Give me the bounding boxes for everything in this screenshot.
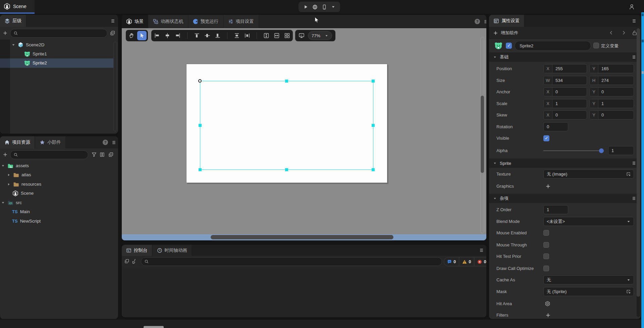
screen-adapt-icon[interactable]: [299, 33, 305, 39]
add-filter-button[interactable]: [545, 313, 551, 318]
horizontal-scrollbar-thumb[interactable]: [211, 235, 393, 239]
hierarchy-search-input[interactable]: [10, 29, 107, 38]
tree-item-assets[interactable]: assets: [0, 161, 113, 170]
section-header-misc[interactable]: 杂项: [489, 194, 637, 203]
user-account-icon[interactable]: [629, 4, 635, 10]
reference-picker-icon[interactable]: [626, 289, 631, 294]
anchor-y-field[interactable]: Y0: [589, 87, 634, 96]
tree-item-scene-file[interactable]: Scene: [0, 189, 113, 198]
blend-mode-dropdown[interactable]: <未设置>: [543, 217, 634, 226]
tree-item-sprite1[interactable]: Sprite1: [0, 49, 113, 58]
properties-scrollbar-thumb[interactable]: [637, 28, 640, 297]
align-left-button[interactable]: [154, 33, 160, 39]
scale-x-field[interactable]: X1: [543, 99, 587, 108]
select-tool-button[interactable]: [137, 31, 147, 40]
skew-x-field[interactable]: X0: [543, 110, 587, 120]
align-center-horizontal-button[interactable]: [164, 33, 170, 39]
clear-console-icon[interactable]: [131, 259, 137, 264]
log-count-filter[interactable]: 0: [444, 257, 459, 266]
tab-widgets[interactable]: 小部件: [35, 136, 65, 148]
properties-menu-icon[interactable]: [631, 18, 637, 24]
zorder-field[interactable]: 1: [543, 205, 568, 214]
texture-field[interactable]: 无 (Image): [543, 170, 634, 179]
tab-project-settings[interactable]: 项目设置: [224, 15, 258, 28]
warning-count-filter[interactable]: 0: [459, 257, 474, 266]
selection-handle-bottom-mid[interactable]: [285, 168, 288, 171]
distribute-vertical-button[interactable]: [234, 33, 240, 39]
alpha-field[interactable]: 1: [608, 146, 634, 155]
tab-scene[interactable]: 场景: [122, 15, 148, 28]
mask-field[interactable]: 无 (Sprite): [543, 287, 634, 296]
selection-handle-top-right[interactable]: [372, 80, 375, 83]
tab-console[interactable]: 控制台: [122, 245, 152, 256]
project-menu-icon[interactable]: [111, 140, 117, 145]
tab-timeline-animation[interactable]: 时间轴动画: [153, 245, 192, 256]
rotation-field[interactable]: 0: [543, 122, 568, 131]
define-variable-checkbox[interactable]: [593, 43, 599, 48]
scene-help-icon[interactable]: ?: [475, 19, 480, 24]
stretch-vertical-button[interactable]: [263, 33, 269, 39]
hand-tool-button[interactable]: [127, 31, 137, 40]
tree-item-resources[interactable]: resources: [0, 180, 113, 189]
copy-log-icon[interactable]: [124, 259, 129, 264]
vertical-scrollbar-thumb[interactable]: [481, 96, 484, 173]
anchor-x-field[interactable]: X0: [543, 87, 587, 96]
stretch-horizontal-button[interactable]: [274, 33, 280, 39]
history-forward-icon[interactable]: [621, 30, 626, 35]
console-search-input[interactable]: [141, 257, 442, 266]
web-preview-button[interactable]: [312, 4, 318, 10]
draw-call-optimize-checkbox[interactable]: [543, 266, 549, 271]
section-menu-icon[interactable]: [631, 196, 637, 201]
visible-checkbox[interactable]: [543, 135, 549, 141]
section-menu-icon[interactable]: [631, 160, 637, 166]
alpha-slider-thumb[interactable]: [599, 148, 604, 153]
hierarchy-collapse-all-icon[interactable]: [110, 30, 115, 36]
selection-outline[interactable]: [200, 81, 373, 170]
mouse-through-checkbox[interactable]: [543, 242, 549, 248]
selection-handle-top-mid[interactable]: [285, 80, 288, 83]
skew-y-field[interactable]: Y0: [589, 110, 634, 120]
node-name-input[interactable]: Sprite2: [515, 41, 591, 51]
tab-hierarchy[interactable]: 层级: [0, 15, 26, 27]
tree-item-sprite2[interactable]: Sprite2: [0, 58, 113, 67]
expand-caret-icon[interactable]: [1, 164, 5, 168]
columns-view-icon[interactable]: [99, 152, 105, 157]
help-icon[interactable]: ?: [103, 140, 108, 145]
tree-item-main[interactable]: TS Main: [0, 207, 113, 216]
mouse-enabled-checkbox[interactable]: [543, 230, 549, 236]
tab-properties[interactable]: 属性设置: [489, 15, 524, 27]
tab-preview-run[interactable]: 预览运行: [189, 15, 223, 28]
selection-handle-bottom-right[interactable]: [372, 168, 375, 171]
cache-as-dropdown[interactable]: 无: [543, 275, 634, 284]
tab-animation-state-machine[interactable]: 动画状态机: [149, 15, 188, 28]
history-back-icon[interactable]: [609, 30, 614, 35]
tree-item-atlas[interactable]: atlas: [0, 170, 113, 179]
position-y-field[interactable]: Y165: [589, 64, 634, 73]
collapsed-caret-icon[interactable]: [7, 173, 11, 177]
selection-handle-bottom-left[interactable]: [199, 168, 202, 171]
position-x-field[interactable]: X255: [543, 64, 587, 73]
scale-y-field[interactable]: Y1: [589, 99, 634, 108]
collapse-all-icon[interactable]: [108, 152, 114, 157]
hierarchy-scrollbar-track[interactable]: [113, 42, 117, 132]
add-component-button[interactable]: 增加组件: [493, 27, 518, 39]
project-search-input[interactable]: [10, 150, 88, 159]
mobile-preview-button[interactable]: [322, 4, 327, 10]
scene-viewport[interactable]: 77%: [122, 28, 486, 240]
align-bottom-button[interactable]: [215, 33, 221, 39]
play-options-dropdown[interactable]: [331, 5, 335, 9]
reference-picker-icon[interactable]: [626, 172, 631, 177]
size-h-field[interactable]: H274: [589, 76, 634, 85]
hit-test-prior-checkbox[interactable]: [543, 253, 549, 259]
tree-item-scene2d[interactable]: Scene2D: [0, 40, 113, 49]
console-menu-icon[interactable]: [479, 247, 484, 253]
section-menu-icon[interactable]: [631, 54, 637, 60]
align-middle-vertical-button[interactable]: [204, 33, 210, 39]
zoom-level-dropdown[interactable]: 77%: [308, 31, 332, 40]
distribute-horizontal-button[interactable]: [244, 33, 250, 39]
tab-project-resources[interactable]: 项目资源: [0, 136, 35, 148]
scene-menu-icon[interactable]: [483, 19, 486, 25]
selection-handle-right-mid[interactable]: [372, 124, 375, 127]
align-right-button[interactable]: [175, 33, 181, 39]
tree-item-newscript[interactable]: TS NewScript: [0, 217, 113, 226]
